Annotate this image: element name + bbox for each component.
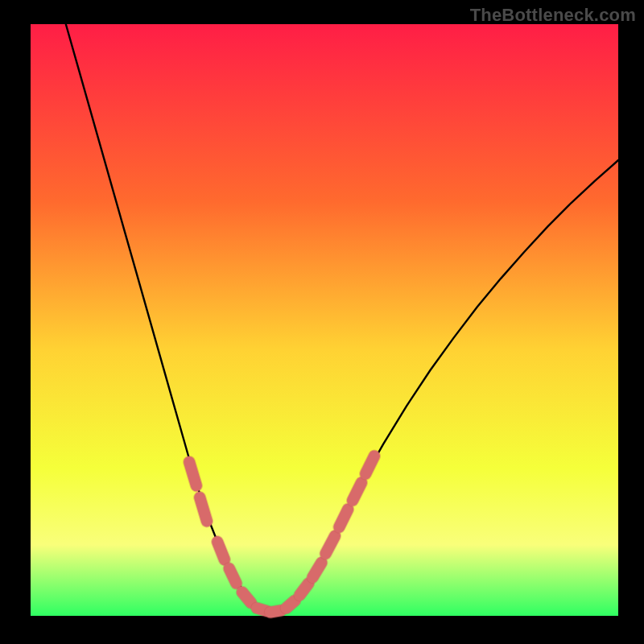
chart-stage: TheBottleneck.com — [0, 0, 644, 644]
curve-marker — [299, 584, 308, 596]
curve-marker — [312, 563, 321, 577]
curve-marker — [270, 610, 281, 612]
curve-marker — [217, 542, 225, 559]
watermark-label: TheBottleneck.com — [470, 5, 636, 26]
curve-marker — [189, 462, 196, 485]
plot-background — [31, 24, 618, 616]
curve-marker — [365, 456, 374, 474]
curve-marker — [242, 592, 251, 603]
curve-marker — [339, 510, 348, 527]
curve-marker — [229, 568, 237, 583]
curve-marker — [353, 483, 361, 501]
curve-marker — [287, 601, 295, 609]
bottleneck-chart — [0, 0, 644, 644]
curve-marker — [200, 497, 207, 521]
